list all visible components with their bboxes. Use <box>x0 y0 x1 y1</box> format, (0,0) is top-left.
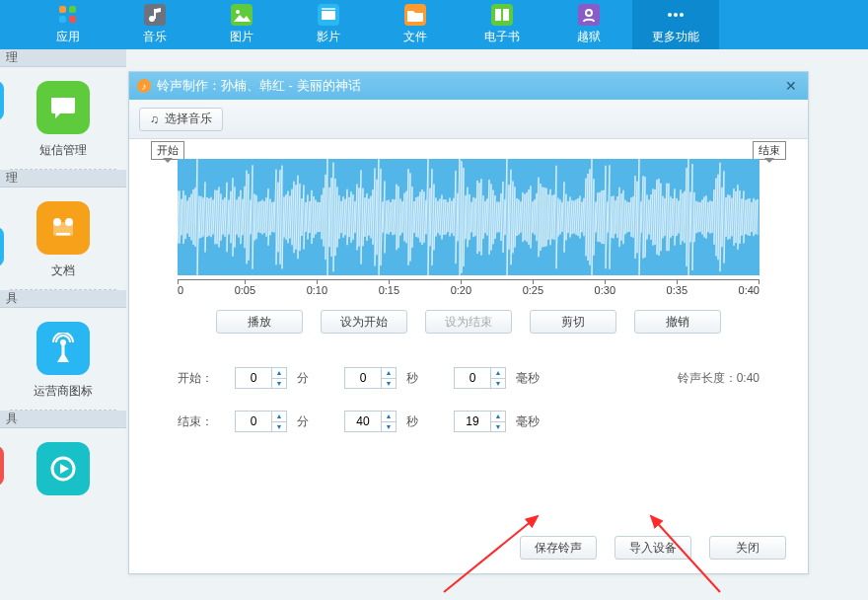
end-min-spinner[interactable]: ▲▼ <box>235 411 287 432</box>
ringtone-dialog: ♪ 铃声制作：孙楠、韩红 - 美丽的神话 ✕ ♫ 选择音乐 开始 结束 <box>128 71 809 574</box>
close-button[interactable]: 关闭 <box>709 536 786 560</box>
close-icon[interactable]: ✕ <box>782 77 800 95</box>
spin-up-icon[interactable]: ▲ <box>382 412 396 422</box>
play-button[interactable]: 播放 <box>216 310 303 334</box>
tick: 0:05 <box>235 284 255 296</box>
unit-ms: 毫秒 <box>516 413 553 430</box>
spin-up-icon[interactable]: ▲ <box>491 368 505 379</box>
start-marker[interactable]: 开始 <box>151 141 184 160</box>
nav-apps[interactable]: 应用 <box>25 0 111 49</box>
svg-point-16 <box>668 13 672 17</box>
start-min-input[interactable] <box>236 368 271 388</box>
play-icon <box>36 442 90 495</box>
file-icon <box>404 4 426 26</box>
nav-file[interactable]: 文件 <box>372 0 459 49</box>
nav-jailbreak[interactable]: 越狱 <box>545 0 632 49</box>
end-sec-spinner[interactable]: ▲▼ <box>344 411 397 432</box>
tick: 0:30 <box>595 284 615 296</box>
photo-icon <box>231 4 253 26</box>
start-min-spinner[interactable]: ▲▼ <box>235 367 287 389</box>
music-note-icon: ♫ <box>150 112 159 126</box>
start-sec-spinner[interactable]: ▲▼ <box>344 367 397 389</box>
waveform[interactable] <box>178 159 760 275</box>
end-ms-spinner[interactable]: ▲▼ <box>454 411 506 432</box>
start-ms-spinner[interactable]: ▲▼ <box>454 367 506 389</box>
nav-photo[interactable]: 图片 <box>198 0 285 49</box>
tile-label: 短信管理 <box>39 142 87 159</box>
sidebar-edge-tile[interactable] <box>0 227 4 266</box>
carrier-icon <box>36 322 90 375</box>
music-icon <box>144 4 166 26</box>
import-device-button[interactable]: 导入设备 <box>615 536 691 560</box>
tick: 0 <box>178 284 183 296</box>
nav-label: 文件 <box>403 29 427 45</box>
unit-sec: 秒 <box>406 370 444 387</box>
sidebar-group-label: 具 <box>0 290 126 308</box>
tile-doc[interactable]: 文档 <box>0 188 126 289</box>
sidebar-edge-tile[interactable] <box>0 446 4 486</box>
spin-down-icon[interactable]: ▼ <box>382 379 396 389</box>
set-end-button[interactable]: 设为结束 <box>425 310 512 334</box>
jailbreak-icon <box>578 4 600 26</box>
svg-rect-7 <box>231 4 253 26</box>
tick: 0:15 <box>379 284 399 296</box>
spin-down-icon[interactable]: ▼ <box>272 379 286 389</box>
tick: 0:25 <box>523 284 543 296</box>
nav-label: 音乐 <box>143 29 167 45</box>
svg-rect-0 <box>59 6 66 13</box>
undo-button[interactable]: 撤销 <box>634 310 721 334</box>
end-ms-input[interactable] <box>455 412 490 431</box>
start-ms-input[interactable] <box>455 368 490 388</box>
tick: 0:35 <box>667 284 687 296</box>
tile-sms[interactable]: 短信管理 <box>0 67 126 169</box>
start-sec-input[interactable] <box>345 368 381 388</box>
tick: 0:10 <box>307 284 327 296</box>
save-ringtone-button[interactable]: 保存铃声 <box>520 536 597 560</box>
tile-label: 文档 <box>51 262 75 279</box>
select-music-button[interactable]: ♫ 选择音乐 <box>139 108 223 131</box>
svg-rect-10 <box>322 11 335 20</box>
svg-rect-2 <box>59 16 66 23</box>
spin-up-icon[interactable]: ▲ <box>491 412 505 422</box>
svg-rect-22 <box>56 233 70 236</box>
nav-ebook[interactable]: 电子书 <box>459 0 545 49</box>
sidebar-group-label: 理 <box>0 49 126 67</box>
nav-more[interactable]: 更多功能 <box>632 0 719 49</box>
end-marker[interactable]: 结束 <box>753 141 786 160</box>
unit-min: 分 <box>297 370 334 387</box>
tile-label: 运营商图标 <box>34 383 93 400</box>
cut-button[interactable]: 剪切 <box>530 310 616 334</box>
length-label: 铃声长度：0:40 <box>678 370 760 387</box>
spin-down-icon[interactable]: ▼ <box>272 422 286 432</box>
end-min-input[interactable] <box>236 412 271 431</box>
spin-down-icon[interactable]: ▼ <box>491 379 505 389</box>
svg-rect-13 <box>491 4 513 26</box>
dialog-toolbar: ♫ 选择音乐 <box>129 100 808 139</box>
spin-down-icon[interactable]: ▼ <box>382 422 396 432</box>
app-badge-icon: ♪ <box>137 79 151 93</box>
svg-rect-1 <box>69 6 76 13</box>
end-label: 结束： <box>178 413 225 430</box>
tile-play[interactable] <box>0 428 126 495</box>
spin-up-icon[interactable]: ▲ <box>382 368 396 379</box>
nav-video[interactable]: 影片 <box>285 0 372 49</box>
time-scale: 0 0:05 0:10 0:15 0:20 0:25 0:30 0:35 0:4… <box>178 279 760 296</box>
nav-music[interactable]: 音乐 <box>111 0 198 49</box>
spin-up-icon[interactable]: ▲ <box>272 412 286 422</box>
spin-up-icon[interactable]: ▲ <box>272 368 286 379</box>
nav-label: 影片 <box>317 29 340 45</box>
spin-down-icon[interactable]: ▼ <box>491 422 505 432</box>
tile-carrier[interactable]: 运营商图标 <box>0 308 126 410</box>
sms-icon <box>36 81 90 134</box>
start-label: 开始： <box>178 370 225 387</box>
sidebar-edge-tile[interactable] <box>0 81 4 120</box>
more-icon <box>665 4 687 26</box>
svg-point-17 <box>674 13 678 17</box>
nav-label: 图片 <box>230 29 253 45</box>
set-start-button[interactable]: 设为开始 <box>321 310 407 334</box>
end-sec-input[interactable] <box>345 412 381 431</box>
sidebar-group-label: 理 <box>0 170 126 188</box>
nav-label: 更多功能 <box>652 29 699 45</box>
unit-sec: 秒 <box>406 413 444 430</box>
nav-label: 应用 <box>56 29 80 45</box>
